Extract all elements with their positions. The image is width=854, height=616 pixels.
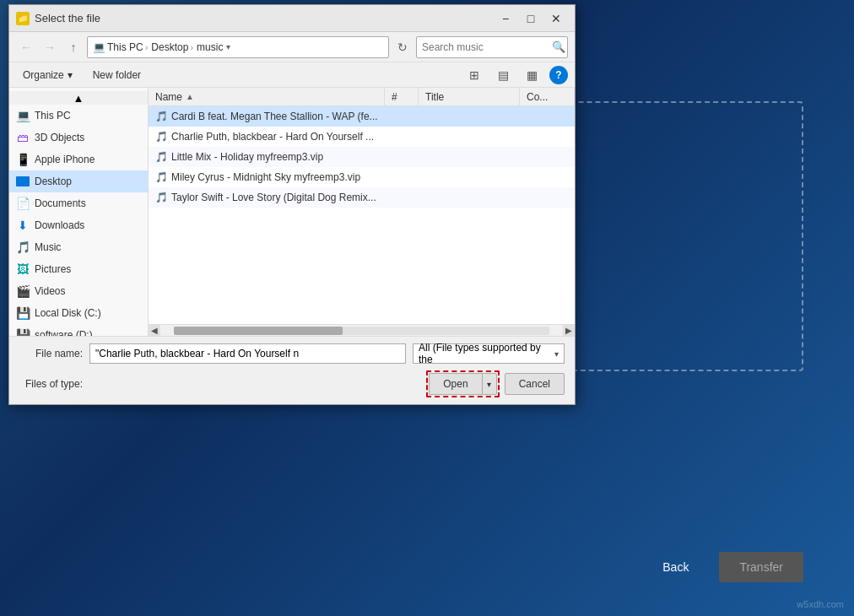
desktop-icon xyxy=(16,175,30,188)
up-nav-button[interactable]: ↑ xyxy=(63,37,84,57)
sidebar-item-documents[interactable]: 📄 Documents xyxy=(9,192,148,214)
open-dropdown-arrow[interactable]: ▾ xyxy=(482,373,497,395)
file-rows: 🎵 Cardi B feat. Megan Thee Stallion - WA… xyxy=(149,106,575,324)
sidebar-label-disk-d: software (D:) xyxy=(35,329,93,336)
downloads-icon: ⬇ xyxy=(16,219,30,232)
sidebar-item-music[interactable]: 🎵 Music xyxy=(9,236,148,258)
file-row[interactable]: 🎵 Miley Cyrus - Midnight Sky myfreemp3.v… xyxy=(149,167,575,187)
sidebar-item-local-disk-c[interactable]: 💾 Local Disk (C:) xyxy=(9,302,148,324)
file-row[interactable]: 🎵 Charlie Puth, blackbear - Hard On Your… xyxy=(149,127,575,147)
filename-label: File name: xyxy=(19,348,83,359)
close-button[interactable]: ✕ xyxy=(544,9,568,28)
open-button-wrapper: Open ▾ xyxy=(426,370,499,397)
file-cell-name-1: 🎵 Charlie Puth, blackbear - Hard On Your… xyxy=(149,131,385,143)
videos-icon: 🎬 xyxy=(16,284,30,298)
dialog-sidebar: ▲ 💻 This PC 🗃 3D Objects 📱 Apple iPhone … xyxy=(9,88,149,336)
search-box[interactable]: 🔍 xyxy=(416,36,568,58)
organize-button[interactable]: Organize ▾ xyxy=(16,67,79,84)
documents-icon: 📄 xyxy=(16,197,30,210)
open-button[interactable]: Open xyxy=(429,373,481,395)
col-header-rest[interactable]: Co... xyxy=(520,88,575,105)
filetype-label: Files of type: xyxy=(19,378,83,390)
sidebar-item-desktop[interactable]: Desktop xyxy=(9,170,148,192)
disk-c-icon: 💾 xyxy=(16,306,30,320)
address-part-thispc: 💻 This PC › xyxy=(93,41,148,53)
view-extra-button[interactable]: ▦ xyxy=(521,66,543,84)
scroll-left-arrow[interactable]: ◀ xyxy=(149,325,160,337)
music-file-icon-1: 🎵 xyxy=(155,131,168,143)
cancel-button[interactable]: Cancel xyxy=(505,373,565,395)
refresh-button[interactable]: ↻ xyxy=(392,37,413,57)
sidebar-item-apple-iphone[interactable]: 📱 Apple iPhone xyxy=(9,149,148,170)
sidebar-label-documents: Documents xyxy=(35,197,86,209)
new-folder-button[interactable]: New folder xyxy=(86,67,148,84)
sidebar-label-disk-c: Local Disk (C:) xyxy=(35,307,101,319)
organize-toolbar: Organize ▾ New folder ⊞ ▤ ▦ ? xyxy=(9,62,575,88)
iphone-icon: 📱 xyxy=(16,153,30,166)
address-bar[interactable]: 💻 This PC › Desktop › music ▾ xyxy=(87,36,389,58)
back-nav-button[interactable]: ← xyxy=(16,37,36,57)
dialog-bottom: File name: "Charlie Puth, blackbear - Ha… xyxy=(9,336,575,404)
file-list-area: Name ▲ # Title Co... 🎵 Cardi B xyxy=(149,88,575,336)
bottom-buttons: Open ▾ Cancel xyxy=(426,370,565,397)
filename-row: File name: "Charlie Puth, blackbear - Ha… xyxy=(19,343,565,364)
pc-icon: 💻 xyxy=(16,109,30,122)
sort-arrow: ▲ xyxy=(186,92,194,101)
sidebar-item-3d-objects[interactable]: 🗃 3D Objects xyxy=(9,127,148,149)
search-input[interactable] xyxy=(422,41,549,53)
sidebar-item-this-pc[interactable]: 💻 This PC xyxy=(9,105,148,127)
watermark: w5xdh.com xyxy=(797,599,844,609)
dialog-main: ▲ 💻 This PC 🗃 3D Objects 📱 Apple iPhone … xyxy=(9,88,575,336)
address-part-music: music xyxy=(197,41,223,53)
scroll-up-indicator[interactable]: ▲ xyxy=(9,91,148,105)
sidebar-label-this-pc: This PC xyxy=(35,110,71,122)
file-cell-name-2: 🎵 Little Mix - Holiday myfreemp3.vip xyxy=(149,151,385,163)
disk-d-icon: 💾 xyxy=(16,328,30,336)
scrollbar-thumb[interactable] xyxy=(174,327,343,335)
buttons-row: Files of type: Open ▾ Cancel xyxy=(19,370,565,397)
sidebar-label-iphone: Apple iPhone xyxy=(35,154,95,165)
dialog-title: Select the file xyxy=(35,12,494,24)
file-row[interactable]: 🎵 Little Mix - Holiday myfreemp3.vip xyxy=(149,147,575,167)
maximize-button[interactable]: □ xyxy=(519,9,543,28)
view-details-button[interactable]: ▤ xyxy=(492,66,514,84)
transfer-button[interactable]: Transfer xyxy=(719,552,803,582)
music-file-icon-3: 🎵 xyxy=(155,171,168,183)
col-header-title[interactable]: Title xyxy=(419,88,520,105)
music-icon: 🎵 xyxy=(16,240,30,254)
forward-nav-button[interactable]: → xyxy=(40,37,60,57)
col-header-num[interactable]: # xyxy=(385,88,419,105)
sidebar-item-pictures[interactable]: 🖼 Pictures xyxy=(9,258,148,280)
minimize-button[interactable]: − xyxy=(494,9,517,28)
file-cell-name-3: 🎵 Miley Cyrus - Midnight Sky myfreemp3.v… xyxy=(149,171,385,183)
column-headers: Name ▲ # Title Co... xyxy=(149,88,575,106)
sidebar-item-software-d[interactable]: 💾 software (D:) xyxy=(9,324,148,336)
filename-input[interactable]: "Charlie Puth, blackbear - Hard On Yours… xyxy=(89,343,406,364)
view-toggle-button[interactable]: ⊞ xyxy=(463,66,485,84)
filetype-arrow: ▾ xyxy=(554,349,559,359)
filetype-select[interactable]: All (File types supported by the ▾ xyxy=(413,343,565,364)
sidebar-label-music: Music xyxy=(35,241,61,253)
col-header-name[interactable]: Name ▲ xyxy=(149,88,385,105)
music-file-icon-0: 🎵 xyxy=(155,111,168,122)
navigation-toolbar: ← → ↑ 💻 This PC › Desktop › music ▾ ↻ 🔍 xyxy=(9,32,575,62)
music-file-icon-2: 🎵 xyxy=(155,151,168,163)
search-icon: 🔍 xyxy=(552,41,565,53)
back-button[interactable]: Back xyxy=(642,552,709,582)
dialog-titlebar: 📁 Select the file − □ ✕ xyxy=(9,5,575,32)
pictures-icon: 🖼 xyxy=(16,262,30,276)
scroll-right-arrow[interactable]: ▶ xyxy=(563,325,575,337)
scrollbar-track[interactable] xyxy=(174,327,549,335)
sidebar-item-downloads[interactable]: ⬇ Downloads xyxy=(9,214,148,236)
address-chevron[interactable]: ▾ xyxy=(226,42,230,51)
help-button[interactable]: ? xyxy=(549,66,568,84)
horizontal-scrollbar[interactable]: ◀ ▶ xyxy=(149,324,575,336)
sidebar-label-desktop: Desktop xyxy=(35,176,72,187)
3d-icon: 🗃 xyxy=(16,131,30,144)
sidebar-item-videos[interactable]: 🎬 Videos xyxy=(9,280,148,302)
file-row[interactable]: 🎵 Cardi B feat. Megan Thee Stallion - WA… xyxy=(149,106,575,127)
file-cell-name-4: 🎵 Taylor Swift - Love Story (Digital Dog… xyxy=(149,192,385,203)
file-row[interactable]: 🎵 Taylor Swift - Love Story (Digital Dog… xyxy=(149,187,575,208)
sidebar-label-downloads: Downloads xyxy=(35,219,84,231)
address-part-desktop: Desktop › xyxy=(151,41,193,53)
